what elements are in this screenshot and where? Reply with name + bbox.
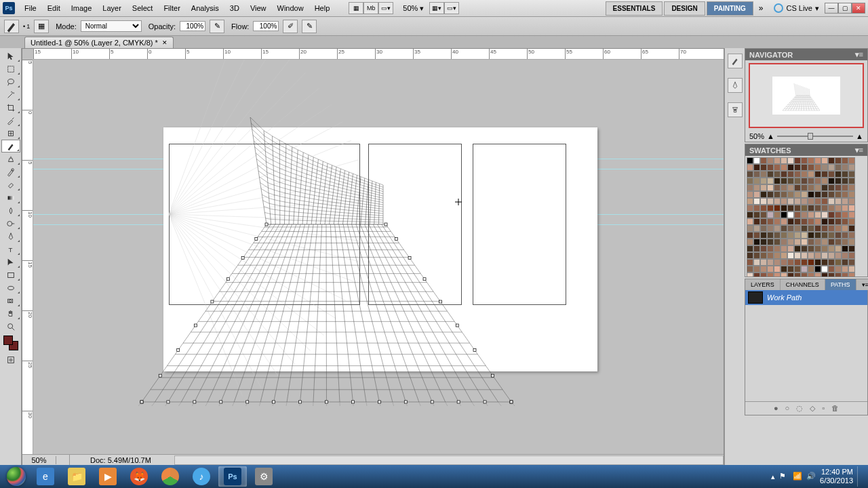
maximize-button[interactable]: ▢: [838, 3, 852, 14]
task-ie[interactable]: e: [31, 466, 60, 487]
color-swatch[interactable]: [3, 336, 18, 350]
workspace-painting[interactable]: PAINTING: [707, 1, 753, 16]
zoom-level-select[interactable]: 50% ▾: [397, 2, 429, 15]
eyedropper-tool[interactable]: [1, 114, 20, 127]
cslive-button[interactable]: CS Live▾: [774, 3, 819, 13]
hand-tool[interactable]: [1, 307, 20, 320]
workspace-essentials[interactable]: ESSENTIALS: [606, 1, 663, 16]
horizontal-ruler[interactable]: 151050510152025303540455055606570: [33, 49, 724, 60]
brush-presets-icon[interactable]: [728, 54, 743, 68]
stroke-path-icon[interactable]: ○: [785, 404, 790, 413]
clock[interactable]: 12:40 PM 6/30/2013: [820, 468, 853, 485]
task-explorer[interactable]: 📁: [62, 466, 91, 487]
rectangle-tool[interactable]: [1, 268, 20, 281]
close-tab-icon[interactable]: ✕: [162, 39, 167, 46]
path-selection-tool[interactable]: [1, 256, 20, 268]
airbrush-icon[interactable]: ✐: [283, 20, 298, 33]
nav-zoom-value[interactable]: 50%: [749, 132, 764, 140]
panel-menu-icon[interactable]: ▾≡: [856, 279, 868, 290]
workspace-design[interactable]: DESIGN: [664, 1, 705, 16]
horizontal-scrollbar[interactable]: [174, 455, 724, 465]
3d-camera-tool[interactable]: [1, 294, 20, 307]
zoom-tool[interactable]: [1, 320, 20, 333]
crop-tool[interactable]: [1, 101, 20, 114]
marquee-tool[interactable]: [1, 62, 20, 75]
minimize-button[interactable]: —: [825, 3, 838, 14]
history-brush-tool[interactable]: [1, 165, 20, 178]
task-photoshop[interactable]: Ps: [218, 466, 247, 487]
zoom-in-icon[interactable]: ▲: [856, 132, 863, 140]
screen-mode-icon[interactable]: ▭▾: [444, 2, 459, 14]
network-icon[interactable]: 📶: [793, 472, 802, 481]
panel-menu-icon[interactable]: ▾≡: [855, 146, 863, 155]
volume-icon[interactable]: 🔊: [806, 472, 816, 481]
clone-stamp-tool[interactable]: [1, 152, 20, 165]
menu-image[interactable]: Image: [66, 2, 98, 14]
arrange-documents-icon[interactable]: ▦▾: [429, 2, 444, 14]
move-tool[interactable]: [1, 49, 20, 62]
flow-input[interactable]: [253, 21, 279, 31]
launch-minibridge-icon[interactable]: Mb: [363, 2, 378, 14]
nav-zoom-slider[interactable]: [777, 136, 853, 137]
task-firefox[interactable]: 🦊: [125, 466, 153, 487]
brush-tool-preset-icon[interactable]: [4, 20, 19, 33]
show-desktop-button[interactable]: [857, 466, 863, 487]
healing-brush-tool[interactable]: [1, 127, 20, 140]
menu-file[interactable]: File: [19, 2, 42, 14]
navigator-thumbnail[interactable]: [749, 63, 864, 128]
task-itunes[interactable]: ♪: [187, 466, 216, 487]
new-path-icon[interactable]: ▫: [822, 404, 825, 413]
menu-view[interactable]: View: [245, 2, 272, 14]
tool-presets-icon[interactable]: [728, 102, 743, 117]
status-doc-info[interactable]: Doc: 5.49M/10.7M: [70, 456, 172, 464]
action-center-icon[interactable]: ⚑: [779, 472, 789, 481]
task-media[interactable]: ▶: [94, 466, 122, 487]
eraser-tool[interactable]: [1, 178, 20, 191]
tab-channels[interactable]: CHANNELS: [781, 279, 825, 290]
zoom-out-icon[interactable]: ▲: [767, 132, 774, 140]
magic-wand-tool[interactable]: [1, 88, 20, 101]
menu-edit[interactable]: Edit: [42, 2, 66, 14]
type-tool[interactable]: T: [1, 243, 20, 256]
blur-tool[interactable]: [1, 204, 20, 217]
task-chrome[interactable]: [156, 466, 184, 487]
brush-panel-toggle-icon[interactable]: ▦: [34, 20, 49, 33]
dodge-tool[interactable]: [1, 217, 20, 230]
3d-rotate-tool[interactable]: [1, 281, 20, 294]
vertical-ruler[interactable]: 5051015202530: [22, 60, 33, 454]
panel-menu-icon[interactable]: ▾≡: [855, 50, 863, 59]
document-tab[interactable]: Untitled-1 @ 50% (Layer 2, CMYK/8) * ✕: [24, 37, 174, 48]
start-button[interactable]: [3, 466, 30, 487]
menu-window[interactable]: Window: [272, 2, 309, 14]
brush-icon[interactable]: [728, 78, 743, 93]
workspace-more-icon[interactable]: »: [755, 1, 768, 16]
menu-3d[interactable]: 3D: [224, 2, 245, 14]
path-row-workpath[interactable]: Work Path: [745, 290, 867, 305]
make-workpath-icon[interactable]: ◇: [810, 404, 815, 413]
fill-path-icon[interactable]: ●: [774, 404, 778, 413]
close-button[interactable]: ✕: [852, 3, 865, 14]
lasso-tool[interactable]: [1, 75, 20, 88]
delete-path-icon[interactable]: 🗑: [831, 404, 839, 413]
viewport[interactable]: [33, 60, 724, 454]
launch-bridge-icon[interactable]: ▦: [349, 2, 363, 14]
menu-help[interactable]: Help: [309, 2, 336, 14]
view-extras-icon[interactable]: ▭▾: [378, 2, 393, 14]
load-selection-icon[interactable]: ◌: [796, 404, 803, 413]
tab-paths[interactable]: PATHS: [825, 279, 856, 290]
blend-mode-select[interactable]: Normal: [81, 20, 142, 32]
menu-analysis[interactable]: Analysis: [186, 2, 224, 14]
tablet-pressure-icon[interactable]: ✎: [302, 20, 317, 33]
opacity-input[interactable]: [180, 21, 205, 31]
brush-size-value[interactable]: 1: [26, 23, 30, 30]
brush-tool[interactable]: [1, 140, 20, 152]
menu-select[interactable]: Select: [127, 2, 159, 14]
task-other[interactable]: ⚙: [250, 466, 278, 487]
show-hidden-icons[interactable]: ▴: [771, 472, 775, 481]
opacity-pressure-icon[interactable]: ✎: [210, 20, 224, 33]
pen-tool[interactable]: [1, 230, 20, 243]
menu-layer[interactable]: Layer: [97, 2, 127, 14]
gradient-tool[interactable]: [1, 191, 20, 204]
quick-mask-icon[interactable]: [1, 353, 20, 366]
status-zoom[interactable]: 50%: [22, 456, 56, 464]
